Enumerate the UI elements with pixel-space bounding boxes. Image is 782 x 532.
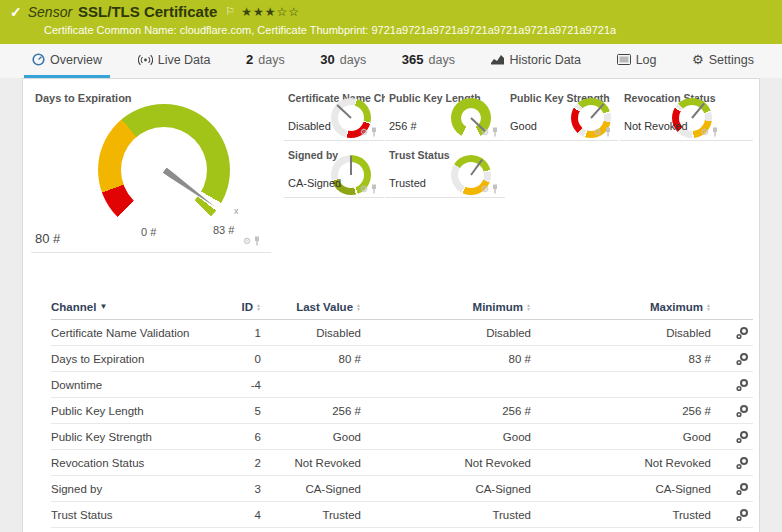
channel-id: -4 [201, 379, 261, 391]
maximum: Trusted [531, 509, 711, 521]
gauge-trust-status: Trust Status Trusted ⚙ [385, 146, 505, 198]
gauge-current-value: 80 # [35, 231, 60, 246]
channel-id: 6 [201, 431, 261, 443]
maximum: 256 # [531, 405, 711, 417]
channel-settings-icon[interactable] [735, 378, 749, 392]
gauge-value: Good [510, 120, 537, 132]
priority-stars[interactable]: ★★★☆☆ [241, 5, 300, 19]
pin-icon[interactable] [253, 236, 261, 246]
gauge-public-key-strength: Public Key Strength Good ⚙ [506, 89, 618, 141]
gauge-settings-icon[interactable]: ⚙ [481, 185, 489, 194]
pin-icon[interactable] [491, 127, 499, 137]
column-header-minimum[interactable]: Minimum▲▼ [473, 301, 531, 313]
table-row[interactable]: Public Key Strength 6 Good Good Good [51, 424, 753, 450]
tab-historic-data[interactable]: Historic Data [483, 44, 590, 78]
gauge-value: Not Revoked [624, 120, 688, 132]
gauge-settings-icon[interactable]: ⚙ [243, 237, 251, 246]
maximum: Disabled [531, 327, 711, 339]
gauge-settings-icon[interactable]: ⚙ [360, 185, 368, 194]
gauge-value: 256 # [389, 120, 417, 132]
gauge-certificate-name-check: Certificate Name Check Disabled ⚙ [284, 89, 384, 141]
channel-id: 5 [201, 405, 261, 417]
axis-marker: x [234, 206, 239, 216]
gauge-value: CA-Signed [288, 177, 341, 189]
channel-settings-icon[interactable] [735, 352, 749, 366]
table-row[interactable]: Certificate Name Validation 1 Disabled D… [51, 320, 753, 346]
table-row[interactable]: Revocation Status 2 Not Revoked Not Revo… [51, 450, 753, 476]
sensor-header: ✓ Sensor SSL/TLS Certificate ⚐ ★★★☆☆ Cer… [0, 0, 782, 44]
gauge-settings-icon[interactable]: ⚙ [701, 128, 709, 137]
flag-icon[interactable]: ⚐ [225, 5, 235, 18]
minimum: Trusted [361, 509, 531, 521]
tab-365-days-number: 365 [402, 52, 424, 67]
column-header-channel[interactable]: Channel▼ [51, 301, 107, 313]
last-value: CA-Signed [261, 483, 361, 495]
column-header-id[interactable]: ID▲▼ [242, 301, 261, 313]
channel-settings-icon[interactable] [735, 508, 749, 522]
pin-icon[interactable] [370, 127, 378, 137]
channel-settings-icon[interactable] [735, 326, 749, 340]
gauge-public-key-length: Public Key Length 256 # ⚙ [385, 89, 505, 141]
channel-id: 2 [201, 457, 261, 469]
gauge-needle [691, 103, 705, 119]
channel-settings-icon[interactable] [735, 456, 749, 470]
pin-icon[interactable] [711, 127, 719, 137]
pin-icon[interactable] [491, 184, 499, 194]
tab-settings[interactable]: ⚙ Settings [684, 44, 762, 78]
table-row[interactable]: Downtime -4 [51, 372, 753, 398]
minimum: 256 # [361, 405, 531, 417]
maximum: CA-Signed [531, 483, 711, 495]
gauge-signed-by: Signed by CA-Signed ⚙ [284, 146, 384, 198]
gauge-needle [336, 104, 351, 118]
channel-settings-icon[interactable] [735, 430, 749, 444]
channel-name: Downtime [51, 379, 201, 391]
minimum: Good [361, 431, 531, 443]
sort-desc-icon: ▼ [99, 302, 107, 311]
channel-name: Public Key Length [51, 405, 201, 417]
column-header-last-value[interactable]: Last Value▲▼ [296, 301, 361, 313]
gauge-needle [350, 156, 352, 175]
gauge-settings-icon[interactable]: ⚙ [594, 128, 602, 137]
gauge-settings-icon[interactable]: ⚙ [360, 128, 368, 137]
tab-30-days-unit: days [340, 53, 366, 67]
last-value: Disabled [261, 327, 361, 339]
table-row[interactable]: Trust Status 4 Trusted Trusted Trusted [51, 502, 753, 528]
minimum: 80 # [361, 353, 531, 365]
channel-name: Certificate Name Validation [51, 327, 201, 339]
sort-icon: ▲▼ [706, 303, 711, 311]
tab-live-data[interactable]: Live Data [130, 44, 219, 78]
tab-live-data-label: Live Data [158, 53, 211, 67]
tab-30-days[interactable]: 30 days [312, 44, 374, 78]
tab-historic-data-label: Historic Data [510, 53, 582, 67]
table-row[interactable]: Days to Expiration 0 80 # 80 # 83 # [51, 346, 753, 372]
tab-365-days-unit: days [429, 53, 455, 67]
table-row[interactable]: Public Key Length 5 256 # 256 # 256 # [51, 398, 753, 424]
channel-name: Trust Status [51, 509, 201, 521]
last-value: Not Revoked [261, 457, 361, 469]
column-header-maximum[interactable]: Maximum▲▼ [650, 301, 711, 313]
channel-settings-icon[interactable] [735, 482, 749, 496]
gauge-icon [32, 53, 45, 66]
last-value: Good [261, 431, 361, 443]
gauge-title: Signed by [288, 149, 338, 161]
gauge-needle [590, 103, 604, 118]
channel-id: 4 [201, 509, 261, 521]
pin-icon[interactable] [370, 184, 378, 194]
maximum: Not Revoked [531, 457, 711, 469]
gauge-needle [470, 159, 483, 176]
certificate-subtitle: Certificate Common Name: cloudflare.com,… [44, 24, 616, 36]
tab-overview[interactable]: Overview [24, 44, 110, 78]
minimum: CA-Signed [361, 483, 531, 495]
channel-table-header: Channel▼ ID▲▼ Last Value▲▼ Minimum▲▼ Max… [51, 294, 753, 320]
channel-id: 0 [201, 353, 261, 365]
tab-log[interactable]: Log [609, 44, 665, 78]
channel-settings-icon[interactable] [735, 404, 749, 418]
tab-2-days[interactable]: 2 days [238, 44, 293, 78]
table-row[interactable]: Signed by 3 CA-Signed CA-Signed CA-Signe… [51, 476, 753, 502]
pin-icon[interactable] [604, 127, 612, 137]
gauge-value: Trusted [389, 177, 426, 189]
gear-icon: ⚙ [692, 52, 704, 67]
tab-365-days[interactable]: 365 days [394, 44, 463, 78]
live-signal-icon [138, 54, 153, 66]
channel-id: 1 [201, 327, 261, 339]
